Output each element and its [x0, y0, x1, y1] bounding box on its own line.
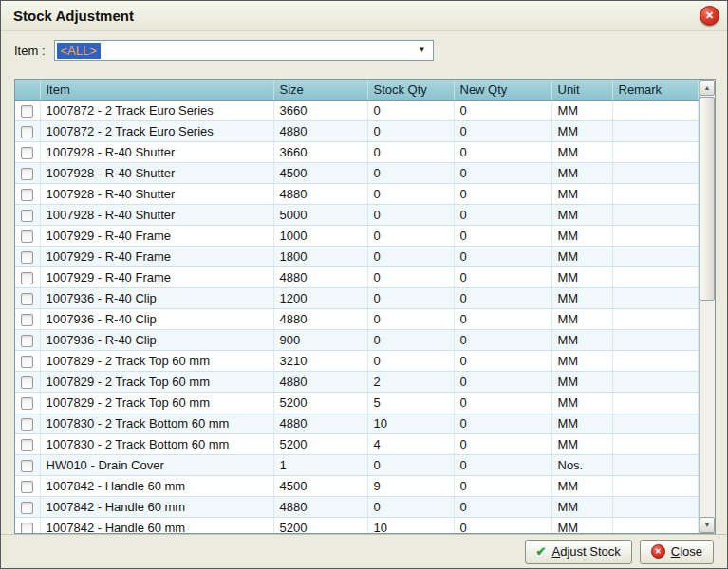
row-checkbox-cell: [15, 266, 40, 287]
cell-unit: MM: [551, 517, 612, 533]
cell-unit: MM: [551, 225, 612, 246]
row-checkbox[interactable]: [21, 460, 33, 472]
cell-new-qty: 0: [454, 475, 551, 496]
table-row[interactable]: 1007929 - R-40 Frame180000MM: [15, 246, 699, 266]
cell-unit: MM: [551, 329, 612, 350]
cell-unit: MM: [551, 413, 612, 433]
row-checkbox[interactable]: [21, 272, 33, 284]
table-row[interactable]: 1007842 - Handle 60 mm5200100MM: [15, 517, 699, 533]
row-checkbox[interactable]: [21, 189, 33, 201]
cell-item: 1007830 - 2 Track Bottom 60 mm: [40, 413, 273, 433]
table-row[interactable]: 1007842 - Handle 60 mm488000MM: [15, 496, 699, 517]
cell-size: 3210: [273, 350, 367, 371]
cell-remark: [612, 308, 699, 329]
table-row[interactable]: 1007929 - R-40 Frame100000MM: [15, 225, 699, 246]
cell-remark: [612, 246, 699, 266]
vertical-scrollbar[interactable]: ▲ ▼: [699, 80, 715, 533]
item-combobox[interactable]: <ALL> ▼: [54, 40, 434, 61]
row-checkbox[interactable]: [21, 418, 33, 431]
cell-unit: MM: [551, 433, 612, 454]
cell-new-qty: 0: [454, 413, 551, 433]
cell-item: 1007829 - 2 Track Top 60 mm: [40, 350, 273, 371]
row-checkbox[interactable]: [21, 397, 33, 410]
cell-remark: [612, 183, 699, 204]
header-stock-qty[interactable]: Stock Qty: [367, 80, 454, 100]
table-row[interactable]: 1007928 - R-40 Shutter366000MM: [15, 141, 699, 162]
row-checkbox-cell: [15, 371, 40, 392]
table-row[interactable]: 1007830 - 2 Track Bottom 60 mm4880100MM: [15, 413, 699, 433]
table-row[interactable]: 1007829 - 2 Track Top 60 mm488020MM: [15, 371, 699, 392]
window-close-button[interactable]: ✕: [700, 6, 719, 26]
cell-new-qty: 0: [454, 100, 551, 120]
cell-stock-qty: 0: [367, 287, 454, 308]
row-checkbox-cell: [15, 308, 40, 329]
row-checkbox[interactable]: [21, 251, 33, 264]
row-checkbox[interactable]: [21, 293, 33, 305]
row-checkbox[interactable]: [21, 481, 33, 493]
cell-new-qty: 0: [454, 392, 551, 413]
cell-remark: [612, 371, 699, 392]
table-row[interactable]: 1007929 - R-40 Frame488000MM: [15, 266, 699, 287]
table-row[interactable]: 1007936 - R-40 Clip488000MM: [15, 308, 699, 329]
close-button[interactable]: ✕ Close: [640, 540, 714, 564]
scroll-up-button[interactable]: ▲: [700, 80, 715, 96]
header-size[interactable]: Size: [273, 80, 367, 100]
scrollbar-thumb[interactable]: [700, 97, 715, 301]
table-row[interactable]: 1007829 - 2 Track Top 60 mm520050MM: [15, 392, 699, 413]
row-checkbox[interactable]: [21, 105, 33, 118]
header-new-qty[interactable]: New Qty: [454, 80, 551, 100]
table-row[interactable]: 1007829 - 2 Track Top 60 mm321000MM: [15, 350, 699, 371]
table-row[interactable]: 1007830 - 2 Track Bottom 60 mm520040MM: [15, 433, 699, 454]
cell-unit: MM: [551, 308, 612, 329]
row-checkbox[interactable]: [21, 147, 33, 159]
table-row[interactable]: 1007928 - R-40 Shutter488000MM: [15, 183, 699, 204]
adjust-stock-button-label: Adjust Stock: [551, 544, 620, 559]
cell-unit: MM: [551, 120, 612, 141]
row-checkbox[interactable]: [21, 335, 33, 347]
cell-size: 4880: [273, 120, 367, 141]
cell-new-qty: 0: [454, 496, 551, 517]
cell-unit: MM: [551, 204, 612, 225]
adjust-stock-button[interactable]: ✔ Adjust Stock: [525, 540, 632, 564]
cell-new-qty: 0: [454, 308, 551, 329]
cell-size: 4500: [273, 162, 367, 183]
row-checkbox[interactable]: [21, 168, 33, 180]
cell-new-qty: 0: [454, 454, 551, 475]
cell-unit: MM: [551, 183, 612, 204]
row-checkbox[interactable]: [21, 210, 33, 222]
cell-stock-qty: 5: [367, 392, 454, 413]
chevron-down-icon[interactable]: ▼: [416, 46, 429, 54]
row-checkbox[interactable]: [21, 502, 33, 514]
row-checkbox[interactable]: [21, 356, 33, 368]
row-checkbox[interactable]: [21, 376, 33, 389]
row-checkbox-cell: [15, 141, 40, 162]
table-row[interactable]: 1007928 - R-40 Shutter450000MM: [15, 162, 699, 183]
cell-unit: Nos.: [551, 454, 612, 475]
table-row[interactable]: HW010 - Drain Cover100Nos.: [15, 454, 699, 475]
table-row[interactable]: 1007842 - Handle 60 mm450090MM: [15, 475, 699, 496]
cell-new-qty: 0: [454, 204, 551, 225]
row-checkbox[interactable]: [21, 523, 33, 533]
row-checkbox[interactable]: [21, 230, 33, 243]
cell-item: 1007829 - 2 Track Top 60 mm: [40, 371, 273, 392]
header-unit[interactable]: Unit: [551, 80, 612, 100]
cell-item: 1007929 - R-40 Frame: [40, 225, 273, 246]
row-checkbox[interactable]: [21, 126, 33, 138]
table-row[interactable]: 1007936 - R-40 Clip90000MM: [15, 329, 699, 350]
cell-stock-qty: 0: [367, 246, 454, 266]
header-remark[interactable]: Remark: [612, 80, 699, 100]
table-row[interactable]: 1007936 - R-40 Clip120000MM: [15, 287, 699, 308]
cell-item: 1007872 - 2 Track Euro Series: [40, 120, 273, 141]
cell-size: 4880: [273, 183, 367, 204]
table-row[interactable]: 1007928 - R-40 Shutter500000MM: [15, 204, 699, 225]
row-checkbox[interactable]: [21, 314, 33, 326]
header-checkbox-column: [15, 80, 40, 100]
cell-unit: MM: [551, 162, 612, 183]
table-row[interactable]: 1007872 - 2 Track Euro Series366000MM: [15, 100, 699, 120]
header-item[interactable]: Item: [40, 80, 273, 100]
row-checkbox[interactable]: [21, 439, 33, 451]
table-row[interactable]: 1007872 - 2 Track Euro Series488000MM: [15, 120, 699, 141]
filter-bar: Item : <ALL> ▼: [1, 31, 727, 69]
scroll-down-button[interactable]: ▼: [700, 517, 715, 533]
cell-size: 1800: [273, 246, 367, 266]
